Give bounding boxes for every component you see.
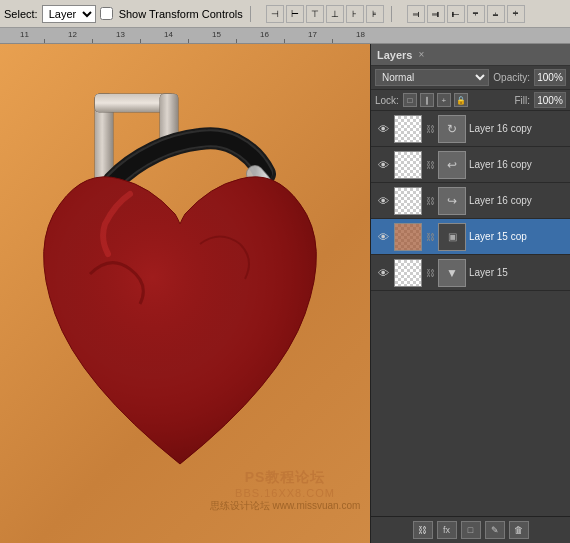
lock-label: Lock:: [375, 95, 399, 106]
main-area: PS教程论坛 BBS.16XX8.COM 思练设计论坛 www.missvuan…: [0, 44, 570, 543]
layer-mask-2: ↪: [438, 187, 466, 215]
transform-label: Show Transform Controls: [119, 8, 243, 20]
lock-row: Lock: □ ∥ + 🔒 Fill:: [371, 90, 570, 111]
ruler: 11 12 13 14 15 16 17 18: [0, 28, 570, 44]
distribute-bottom-btn[interactable]: ⫩: [507, 5, 525, 23]
layer-mask-1: ↩: [438, 151, 466, 179]
layer-name-4: Layer 15: [469, 267, 566, 278]
fill-label: Fill:: [514, 95, 530, 106]
layer-row-4[interactable]: 👁 ⛓ ▼ Layer 15: [371, 255, 570, 291]
ruler-mark-13: 13: [116, 30, 125, 39]
watermark: PS教程论坛 BBS.16XX8.COM 思练设计论坛 www.missvuan…: [210, 469, 361, 513]
ruler-tick: [332, 39, 333, 43]
align-top-btn[interactable]: ⊥: [326, 5, 344, 23]
watermark-line3: 思练设计论坛 www.missvuan.com: [210, 499, 361, 513]
layers-bottom: ⛓ fx □ ✎ 🗑: [371, 516, 570, 543]
layer-mask-3: ▣: [438, 223, 466, 251]
layer-row-3[interactable]: 👁 ⛓ ▣ Layer 15 cop: [371, 219, 570, 255]
watermark-line1: PS教程论坛: [210, 469, 361, 487]
lock-all-btn[interactable]: 🔒: [454, 93, 468, 107]
layer-thumbnail-4: [394, 259, 422, 287]
opacity-input[interactable]: [534, 69, 566, 86]
layer-row-0[interactable]: 👁 ⛓ ↻ Layer 16 copy: [371, 111, 570, 147]
fill-input[interactable]: [534, 92, 566, 108]
layer-thumbnail-1: [394, 151, 422, 179]
layer-thumbnail-0: [394, 115, 422, 143]
layer-link-0: ⛓: [425, 121, 435, 137]
align-right-btn[interactable]: ⊤: [306, 5, 324, 23]
heart-artwork: [0, 44, 370, 534]
transform-checkbox[interactable]: [100, 7, 113, 20]
distribute-center-btn[interactable]: ⫥: [427, 5, 445, 23]
ruler-mark-17: 17: [308, 30, 317, 39]
align-bottom-btn[interactable]: ⊧: [366, 5, 384, 23]
layer-name-3: Layer 15 cop: [469, 231, 566, 242]
blend-mode-select[interactable]: Normal: [375, 69, 489, 86]
ruler-mark-15: 15: [212, 30, 221, 39]
lock-transparent-btn[interactable]: □: [403, 93, 417, 107]
layers-panel: Layers × Normal Opacity: Lock: □ ∥ + 🔒 F…: [370, 44, 570, 543]
layer-link-2: ⛓: [425, 193, 435, 209]
layer-eye-1[interactable]: 👁: [375, 157, 391, 173]
align-center-btn[interactable]: ⊢: [286, 5, 304, 23]
ruler-mark-12: 12: [68, 30, 77, 39]
layer-link-4: ⛓: [425, 265, 435, 281]
align-left-btn[interactable]: ⊣: [266, 5, 284, 23]
link-layers-btn[interactable]: ⛓: [413, 521, 433, 539]
layer-row-2[interactable]: 👁 ⛓ ↪ Layer 16 copy: [371, 183, 570, 219]
layer-row-1[interactable]: 👁 ⛓ ↩ Layer 16 copy: [371, 147, 570, 183]
layer-eye-2[interactable]: 👁: [375, 193, 391, 209]
toolbar-icons-2: ⫤ ⫥ ⫦ ⫧ ⫨ ⫩: [407, 5, 525, 23]
layer-thumbnail-3: [394, 223, 422, 251]
ruler-mark-11: 11: [20, 30, 29, 39]
lock-icons: □ ∥ + 🔒: [403, 93, 468, 107]
layers-panel-close[interactable]: ×: [418, 49, 424, 60]
ruler-mark-16: 16: [260, 30, 269, 39]
layer-thumbnail-2: [394, 187, 422, 215]
toolbar-icons: ⊣ ⊢ ⊤ ⊥ ⊦ ⊧: [266, 5, 384, 23]
layers-list: 👁 ⛓ ↻ Layer 16 copy 👁 ⛓ ↩: [371, 111, 570, 516]
adjustment-layer-btn[interactable]: ✎: [485, 521, 505, 539]
toolbar: Select: Layer Show Transform Controls ⊣ …: [0, 0, 570, 28]
distribute-middle-btn[interactable]: ⫨: [487, 5, 505, 23]
layer-select[interactable]: Layer: [42, 5, 96, 23]
ruler-tick: [284, 39, 285, 43]
layer-mask-0: ↻: [438, 115, 466, 143]
separator-2: [391, 6, 392, 22]
ruler-tick: [140, 39, 141, 43]
layers-panel-title: Layers: [377, 49, 412, 61]
layer-mask-4: ▼: [438, 259, 466, 287]
separator-1: [250, 6, 251, 22]
distribute-top-btn[interactable]: ⫧: [467, 5, 485, 23]
opacity-label: Opacity:: [493, 72, 530, 83]
ruler-tick: [188, 39, 189, 43]
layer-name-0: Layer 16 copy: [469, 123, 566, 134]
ruler-tick: [44, 39, 45, 43]
lock-pixels-btn[interactable]: ∥: [420, 93, 434, 107]
distribute-right-btn[interactable]: ⫦: [447, 5, 465, 23]
lock-position-btn[interactable]: +: [437, 93, 451, 107]
blend-mode-row: Normal Opacity:: [371, 66, 570, 90]
distribute-left-btn[interactable]: ⫤: [407, 5, 425, 23]
ruler-tick: [236, 39, 237, 43]
layer-name-1: Layer 16 copy: [469, 159, 566, 170]
layer-link-1: ⛓: [425, 157, 435, 173]
align-middle-btn[interactable]: ⊦: [346, 5, 364, 23]
layers-panel-header: Layers ×: [371, 44, 570, 66]
layer-name-2: Layer 16 copy: [469, 195, 566, 206]
layer-eye-4[interactable]: 👁: [375, 265, 391, 281]
layer-eye-0[interactable]: 👁: [375, 121, 391, 137]
layer-link-3: ⛓: [425, 229, 435, 245]
select-label: Select:: [4, 8, 38, 20]
delete-layer-btn[interactable]: 🗑: [509, 521, 529, 539]
layer-effects-btn[interactable]: fx: [437, 521, 457, 539]
layer-eye-3[interactable]: 👁: [375, 229, 391, 245]
ruler-mark-18: 18: [356, 30, 365, 39]
add-mask-btn[interactable]: □: [461, 521, 481, 539]
ruler-tick: [92, 39, 93, 43]
ruler-mark-14: 14: [164, 30, 173, 39]
watermark-line2: BBS.16XX8.COM: [210, 487, 361, 499]
